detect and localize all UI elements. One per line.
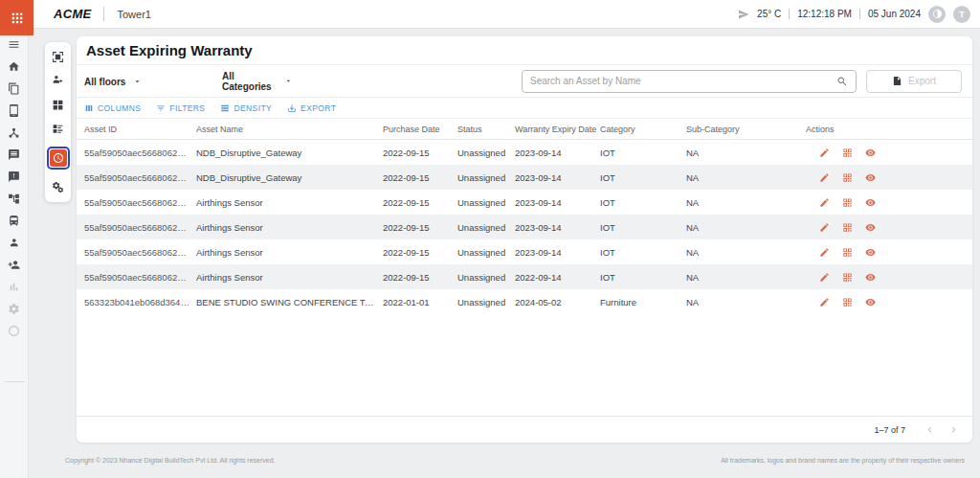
sidebar-item-feedback[interactable]	[8, 171, 20, 183]
column-header-asset-name[interactable]: Asset Name	[196, 125, 383, 134]
subsidebar-item-asset-inventory[interactable]	[52, 123, 64, 135]
edit-icon[interactable]	[819, 272, 830, 283]
support-icon	[8, 325, 20, 337]
sidebar-item-settings	[8, 303, 20, 315]
sidebar-item-devices[interactable]	[8, 104, 20, 117]
qr-code-icon[interactable]	[842, 222, 853, 233]
density-button[interactable]: DENSITY	[220, 103, 272, 113]
settings-icon	[8, 303, 20, 315]
edit-icon[interactable]	[819, 247, 830, 258]
app-launcher-button[interactable]	[0, 0, 33, 35]
floors-select[interactable]: All floors	[84, 76, 142, 86]
cell-category: IOT	[600, 222, 686, 233]
asset-scan-icon	[52, 51, 64, 63]
subsidebar-item-asset-assign[interactable]	[52, 75, 64, 87]
topbar: ACME Tower1 25° C 12:12:18 PM 05 Jun 202…	[0, 0, 980, 29]
sidebar-item-spaces[interactable]	[8, 82, 20, 95]
table-row[interactable]: 55af59050aec566806218183 NDB_Disruptive_…	[77, 140, 972, 165]
edit-icon[interactable]	[819, 172, 830, 183]
cell-warranty-expiry-date: 2023-09-14	[515, 247, 600, 258]
sidebar-item-menu[interactable]	[8, 38, 20, 51]
sidebar-item-messages[interactable]	[8, 148, 20, 161]
column-header-sub-category[interactable]: Sub-Category	[686, 125, 806, 134]
qr-code-icon[interactable]	[842, 148, 853, 158]
column-header-warranty-expiry-date[interactable]: Warranty Expiry Date	[515, 125, 600, 134]
cell-status: Unassigned	[457, 297, 515, 307]
grid-export-button[interactable]: EXPORT	[287, 103, 336, 113]
cell-warranty-expiry-date: 2023-09-14	[515, 148, 600, 158]
qr-code-icon[interactable]	[842, 272, 853, 283]
filter-row: All floors All Categories Export	[77, 65, 972, 98]
column-header-category[interactable]: Category	[600, 125, 686, 134]
filters-button[interactable]: FILTERS	[156, 103, 205, 113]
cell-actions	[806, 272, 972, 283]
table-row[interactable]: 563323b041eb068d36430c61 BENE STUDIO SWI…	[77, 289, 972, 314]
table-row[interactable]: 55af59050aec5668062181a4 Airthings Senso…	[77, 190, 972, 215]
column-header-purchase-date[interactable]: Purchase Date	[383, 125, 457, 134]
cell-status: Unassigned	[457, 272, 515, 283]
edit-icon[interactable]	[819, 297, 830, 307]
search-input[interactable]	[523, 76, 836, 86]
column-header-status[interactable]: Status	[457, 125, 515, 134]
subsidebar-item-asset-maintenance[interactable]	[52, 181, 64, 193]
qr-code-icon[interactable]	[842, 247, 853, 258]
columns-button[interactable]: COLUMNS	[84, 103, 141, 113]
pagination-buttons	[924, 424, 959, 435]
density-button-label: DENSITY	[234, 103, 272, 113]
table-row[interactable]: 55af59050aec5668062181a1 Airthings Senso…	[77, 239, 972, 264]
previous-page-icon[interactable]	[924, 424, 935, 435]
view-icon[interactable]	[865, 272, 876, 283]
qr-code-icon[interactable]	[842, 197, 853, 208]
export-button[interactable]: Export	[866, 70, 962, 93]
topbar-separator	[859, 9, 860, 19]
view-icon[interactable]	[865, 297, 876, 307]
sidebar-item-reports	[8, 281, 20, 293]
sidebar-item-home[interactable]	[8, 60, 20, 73]
cell-asset-name: BENE STUDIO SWING CONFERENCE TABLE	[196, 297, 383, 307]
edit-icon[interactable]	[819, 222, 830, 233]
sidebar-item-user-access[interactable]	[8, 237, 20, 249]
site-name: Tower1	[117, 9, 150, 20]
sidebar-item-support	[8, 325, 20, 337]
user-avatar[interactable]: T	[953, 6, 970, 23]
view-icon[interactable]	[865, 148, 876, 158]
sidebar-item-user-roles[interactable]	[8, 259, 20, 271]
cell-actions	[806, 222, 972, 233]
cell-category: IOT	[600, 148, 686, 158]
table-row[interactable]: 55af59050aec5668062181a0 Airthings Senso…	[77, 215, 972, 239]
subsidebar-item-warranty-expiry[interactable]	[47, 147, 70, 170]
view-icon[interactable]	[865, 197, 876, 208]
sidebar-item-workflows[interactable]	[8, 193, 20, 205]
transport-icon	[8, 215, 20, 227]
sidebar-item-integrations[interactable]	[8, 126, 20, 139]
next-page-icon[interactable]	[948, 424, 959, 435]
pagination-range-label: 1–7 of 7	[874, 425, 905, 435]
cell-sub-category: NA	[686, 148, 806, 158]
subsidebar-item-asset-grid[interactable]	[52, 99, 64, 111]
date-label: 05 Jun 2024	[868, 9, 921, 19]
view-icon[interactable]	[865, 222, 876, 233]
table-row[interactable]: 55af59050aec56680621819c Airthings Senso…	[77, 264, 972, 289]
table-header-row: Asset ID Asset Name Purchase Date Status…	[77, 119, 972, 140]
view-icon[interactable]	[865, 247, 876, 258]
qr-code-icon[interactable]	[842, 297, 853, 307]
subsidebar-item-asset-scan[interactable]	[52, 51, 64, 63]
brand-logo: ACME	[54, 7, 91, 21]
view-icon[interactable]	[865, 172, 876, 183]
copyright-text: Copyright © 2023 Nhance Digital BuildTec…	[65, 457, 276, 464]
filters-button-label: FILTERS	[169, 103, 205, 113]
search-icon[interactable]	[836, 76, 848, 87]
theme-toggle-button[interactable]	[928, 6, 946, 23]
table-row[interactable]: 55af59050aec566806218199 NDB_Disruptive_…	[77, 165, 972, 190]
edit-icon[interactable]	[819, 148, 830, 158]
integrations-icon	[8, 126, 20, 139]
sidebar-item-transport[interactable]	[8, 215, 20, 227]
topbar-right: 25° C 12:12:18 PM 05 Jun 2024 T	[738, 6, 980, 23]
column-header-actions[interactable]: Actions	[806, 125, 972, 134]
categories-select[interactable]: All Categories	[222, 71, 293, 92]
edit-icon[interactable]	[819, 197, 830, 208]
qr-code-icon[interactable]	[842, 172, 853, 183]
column-header-asset-id[interactable]: Asset ID	[84, 125, 196, 134]
cell-actions	[806, 247, 972, 258]
categories-select-value: All Categories	[222, 71, 284, 92]
